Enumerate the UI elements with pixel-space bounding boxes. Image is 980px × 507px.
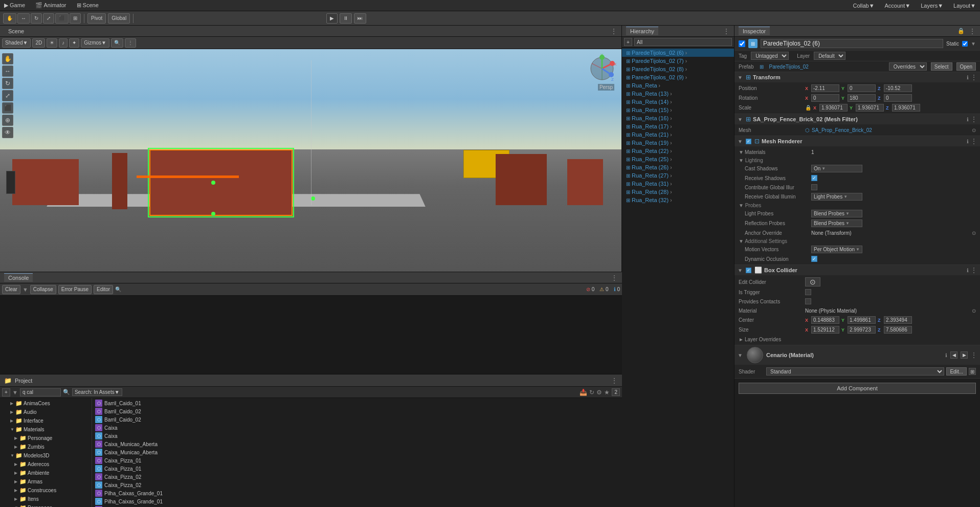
account-btn[interactable]: Account▼ bbox=[883, 3, 913, 9]
reflection-probes-dropdown[interactable]: Blend Probes ▼ bbox=[811, 219, 862, 227]
center-x-input[interactable] bbox=[811, 316, 839, 324]
open-btn[interactable]: Open bbox=[956, 62, 976, 71]
2d-btn[interactable]: 2D bbox=[32, 38, 45, 48]
add-component-btn[interactable]: Add Component bbox=[739, 383, 976, 394]
editor-btn[interactable]: Editor bbox=[94, 285, 113, 294]
asset-caixa-a[interactable]: ⬡ Caixa bbox=[94, 424, 620, 432]
asset-caixa-pizza-01-a[interactable]: ⬡ Caixa_Pizza_01 bbox=[94, 456, 620, 465]
receive-shadows-checkbox[interactable]: ✓ bbox=[811, 175, 817, 181]
folder-ambiente[interactable]: ▶ 📁 Ambiente bbox=[0, 469, 92, 477]
is-trigger-checkbox[interactable] bbox=[805, 289, 811, 295]
scale-lock-icon[interactable]: 🔒 bbox=[805, 105, 811, 111]
step-btn[interactable]: ⏭ bbox=[354, 13, 366, 24]
project-search-input[interactable] bbox=[20, 388, 61, 396]
hierarchy-menu-btn[interactable]: ⋮ bbox=[723, 27, 730, 35]
visible-side-btn[interactable]: 👁 bbox=[2, 127, 13, 138]
boxcollider-more[interactable]: ⋮ bbox=[971, 267, 977, 274]
hier-item-4[interactable]: ⊞ Rua_Reta › bbox=[622, 81, 734, 90]
scene-menu-btn[interactable]: ⋮ bbox=[610, 27, 617, 35]
hier-item-18[interactable]: ⊞ Rua_Reta (32) › bbox=[622, 196, 734, 204]
fx-btn[interactable]: ✦ bbox=[69, 38, 79, 48]
hier-item-14[interactable]: ⊞ Rua_Reta (26) › bbox=[622, 163, 734, 171]
hier-item-17[interactable]: ⊞ Rua_Reta (28) › bbox=[622, 188, 734, 196]
pos-y-input[interactable] bbox=[848, 84, 876, 92]
edit-collider-btn[interactable]: ⊙ bbox=[805, 277, 820, 286]
tab-inspector[interactable]: Inspector bbox=[739, 27, 770, 35]
static-checkbox[interactable] bbox=[962, 41, 968, 47]
folder-aderecos[interactable]: ▶ 📁 Aderecos bbox=[0, 460, 92, 469]
project-search-icon[interactable]: 🔍 bbox=[63, 389, 70, 395]
folder-armas[interactable]: ▶ 📁 Armas bbox=[0, 477, 92, 486]
hier-item-9[interactable]: ⊞ Rua_Reta (17) › bbox=[622, 122, 734, 130]
folder-zumbis[interactable]: ▶ 📁 Zumbis bbox=[0, 443, 92, 451]
hier-item-7[interactable]: ⊞ Rua_Reta (15) › bbox=[622, 106, 734, 114]
hier-item-11[interactable]: ⊞ Rua_Reta (19) › bbox=[622, 139, 734, 147]
error-pause-btn[interactable]: Error Pause bbox=[58, 285, 92, 294]
search-in-assets[interactable]: Search: In Assets▼ bbox=[72, 388, 122, 396]
project-add-btn[interactable]: + bbox=[2, 388, 10, 396]
project-star-btn[interactable]: ★ bbox=[604, 389, 610, 396]
materials-collapse[interactable] bbox=[739, 149, 745, 155]
folder-itens[interactable]: ▶ 📁 Itens bbox=[0, 495, 92, 503]
scale-x-input[interactable] bbox=[819, 104, 848, 112]
light-probes-dropdown[interactable]: Blend Probes ▼ bbox=[811, 210, 862, 217]
menu-animator[interactable]: 🎬 Animator bbox=[33, 2, 68, 9]
meshfilter-more[interactable]: ⋮ bbox=[971, 116, 977, 123]
motion-vectors-dropdown[interactable]: Per Object Motion ▼ bbox=[811, 246, 862, 253]
asset-caixa-pizza-02-b[interactable]: ⬡ Caixa_Pizza_02 bbox=[94, 481, 620, 489]
size-x-input[interactable] bbox=[811, 326, 839, 334]
console-search[interactable]: 🔍 bbox=[115, 286, 121, 292]
project-import-btn[interactable]: 📥 bbox=[580, 389, 587, 396]
object-active-checkbox[interactable] bbox=[739, 40, 745, 47]
meshrenderer-enable-checkbox[interactable]: ✓ bbox=[746, 139, 751, 144]
hierarchy-search-input[interactable] bbox=[634, 38, 732, 46]
project-settings-btn[interactable]: ⚙ bbox=[596, 389, 602, 396]
provides-contacts-checkbox[interactable] bbox=[805, 298, 811, 304]
center-y-input[interactable] bbox=[848, 316, 876, 324]
pivot-btn[interactable]: Pivot bbox=[87, 13, 106, 24]
material-more[interactable]: ⋮ bbox=[971, 351, 977, 359]
tag-dropdown[interactable]: Untagged bbox=[751, 52, 789, 60]
tab-console[interactable]: Console bbox=[4, 273, 33, 282]
rotate-side-btn[interactable]: ↻ bbox=[2, 78, 13, 89]
meshrenderer-header[interactable]: ✓ ⊡ Mesh Renderer ℹ ⋮ bbox=[734, 136, 980, 146]
center-z-input[interactable] bbox=[884, 316, 912, 324]
hier-item-1[interactable]: ⊞ ParedeTijolos_02 (7) › bbox=[622, 57, 734, 65]
hier-item-0[interactable]: ⊞ ParedeTijolos_02 (6) › bbox=[622, 49, 734, 57]
asset-pilha-grande-01-a[interactable]: ⬡ Pilha_Caixas_Grande_01 bbox=[94, 489, 620, 497]
rotate-tool[interactable]: ↻ bbox=[31, 13, 42, 24]
asset-caixa-municao-b[interactable]: ⬡ Caixa_Municao_Aberta bbox=[94, 448, 620, 456]
transform-info[interactable]: ℹ bbox=[967, 75, 969, 80]
move-tool[interactable]: ↔ bbox=[17, 13, 30, 24]
tab-hierarchy[interactable]: Hierarchy bbox=[626, 27, 658, 35]
folder-materials[interactable]: ▼ 📁 Materials bbox=[0, 425, 92, 434]
transform-more[interactable]: ⋮ bbox=[971, 74, 977, 81]
folder-construcoes[interactable]: ▶ 📁 Construcoes bbox=[0, 486, 92, 495]
hier-item-16[interactable]: ⊞ Rua_Reta (31) › bbox=[622, 180, 734, 188]
material-prev-btn[interactable]: ◀ bbox=[950, 351, 957, 359]
static-dropdown-btn[interactable]: ▼ bbox=[971, 41, 976, 47]
contribute-gi-checkbox[interactable] bbox=[811, 184, 817, 190]
boxcollider-info[interactable]: ℹ bbox=[967, 268, 969, 273]
shader-edit-btn[interactable]: Edit... bbox=[946, 367, 967, 376]
collapse-btn[interactable]: Collapse bbox=[30, 285, 56, 294]
size-y-input[interactable] bbox=[848, 326, 876, 334]
folder-interface[interactable]: ▶ 📁 Interface bbox=[0, 416, 92, 425]
multi-tool[interactable]: ⊞ bbox=[70, 13, 81, 24]
asset-caixa-municao-a[interactable]: ⬡ Caixa_Municao_Aberta bbox=[94, 440, 620, 448]
inspector-lock-icon[interactable]: 🔒 bbox=[957, 28, 965, 34]
global-btn[interactable]: Global bbox=[108, 13, 130, 24]
hierarchy-add-btn[interactable]: + bbox=[624, 38, 632, 46]
object-name-input[interactable] bbox=[761, 39, 943, 48]
hier-item-13[interactable]: ⊞ Rua_Reta (25) › bbox=[622, 155, 734, 163]
folder-audio[interactable]: ▶ 📁 Audio bbox=[0, 408, 92, 416]
dynamic-occlusion-checkbox[interactable]: ✓ bbox=[811, 256, 817, 262]
hier-item-15[interactable]: ⊞ Rua_Reta (27) › bbox=[622, 171, 734, 180]
menu-game[interactable]: ▶ Game bbox=[2, 2, 27, 9]
layout-btn[interactable]: Layout▼ bbox=[951, 3, 978, 9]
asset-barril-caido-01-a[interactable]: ⬡ Barril_Caido_01 bbox=[94, 399, 620, 407]
asset-barril-caido-02-a[interactable]: ⬡ Barril_Caido_02 bbox=[94, 407, 620, 415]
scale-tool[interactable]: ⤢ bbox=[43, 13, 54, 24]
material-header[interactable]: Cenario (Material) ℹ ◀ ▶ ⋮ bbox=[734, 345, 980, 365]
mesh-target-btn[interactable]: ⊙ bbox=[972, 127, 976, 133]
